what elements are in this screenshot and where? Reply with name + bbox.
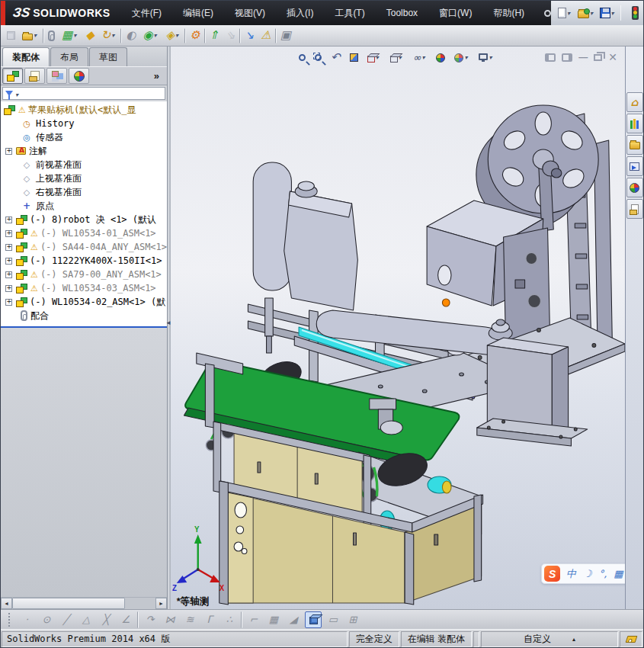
- snap-toolbar-button[interactable]: ⊙: [38, 611, 55, 628]
- toolbar-button[interactable]: [19, 27, 42, 45]
- ime-toolbar-icon[interactable]: ▦: [614, 569, 623, 579]
- displaymanager-tab[interactable]: [69, 68, 89, 84]
- document-close-button[interactable]: [608, 51, 617, 63]
- expand-toggle-icon[interactable]: [5, 258, 12, 265]
- expand-toggle-icon[interactable]: [5, 217, 12, 223]
- graphics-viewport[interactable]: Y Z X *等轴测 ↶ ∞: [171, 47, 625, 609]
- snap-toolbar-button[interactable]: [137, 611, 139, 628]
- propertymanager-tab[interactable]: [24, 68, 45, 84]
- toolbar-button[interactable]: ◉: [139, 27, 162, 45]
- solidworks-resources-button[interactable]: ⌂: [626, 92, 643, 112]
- scrollbar-track[interactable]: [125, 598, 155, 609]
- assembly-model-3d-view[interactable]: Y Z X *等轴测: [171, 47, 625, 609]
- open-document-button[interactable]: ▾: [575, 4, 595, 22]
- previous-view-button[interactable]: ↶: [328, 50, 343, 65]
- snap-toolbar-button[interactable]: ↷: [142, 611, 159, 628]
- tree-item[interactable]: ⚠ 上视基准面: [1, 172, 167, 185]
- collapse-pane-right-button[interactable]: [562, 53, 572, 62]
- snap-toolbar-button[interactable]: [305, 611, 322, 628]
- tree-root-assembly[interactable]: ⚠ 苹果贴标机 (默认<默认_显: [1, 103, 167, 117]
- toolbar-button[interactable]: ◆: [82, 27, 98, 45]
- command-tab[interactable]: 装配体: [2, 47, 50, 66]
- menu-item[interactable]: 编辑(E): [174, 4, 223, 23]
- snap-toolbar-button[interactable]: ▭: [325, 611, 341, 628]
- save-button[interactable]: ▾: [597, 4, 617, 22]
- snap-toolbar-button[interactable]: ⌐: [245, 611, 262, 628]
- snap-toolbar-button[interactable]: ◢: [285, 611, 302, 628]
- toolbar-button[interactable]: [45, 27, 58, 45]
- tree-item[interactable]: ⚠ 前视基准面: [1, 158, 167, 172]
- tree-item[interactable]: ⚠ 右视基准面: [1, 185, 167, 199]
- file-explorer-button[interactable]: [626, 135, 643, 155]
- toolbar-button[interactable]: ▦: [59, 27, 82, 45]
- view-settings-button[interactable]: [476, 53, 496, 63]
- ime-toolbar-icon[interactable]: °,: [599, 569, 607, 579]
- toolbar-button[interactable]: [184, 28, 186, 43]
- expand-toggle-icon[interactable]: [5, 299, 12, 306]
- tree-item[interactable]: ⚠ 原点: [1, 199, 167, 213]
- menu-item[interactable]: 窗口(W): [430, 4, 481, 23]
- tree-filter-input[interactable]: [2, 87, 165, 100]
- status-custom-dropdown[interactable]: 自定义: [481, 631, 618, 647]
- view-orientation-button[interactable]: [365, 52, 383, 64]
- toolbar-button[interactable]: ◐: [123, 27, 139, 45]
- menu-item[interactable]: 文件(F): [123, 4, 171, 23]
- snap-toolbar-button[interactable]: Γ: [201, 611, 218, 628]
- tree-item[interactable]: ⚠ (-) SA79-00_ANY_ASM<1>: [1, 268, 167, 281]
- section-view-button[interactable]: [348, 52, 360, 63]
- apply-scene-button[interactable]: [452, 52, 472, 64]
- more-tabs-chevron[interactable]: »: [154, 70, 165, 82]
- snap-toolbar-button[interactable]: ▦: [265, 611, 282, 628]
- tree-horizontal-scrollbar[interactable]: ◄ ►: [1, 597, 167, 609]
- menu-item[interactable]: 插入(I): [277, 4, 322, 23]
- toolbar-button[interactable]: [204, 28, 206, 43]
- snap-toolbar-button[interactable]: △: [78, 611, 95, 628]
- document-restore-button[interactable]: [594, 54, 602, 61]
- menu-item[interactable]: 帮助(H): [484, 4, 533, 23]
- snap-toolbar-button[interactable]: ⋈: [162, 611, 178, 628]
- toolbar-button[interactable]: ⇑: [207, 27, 223, 45]
- tree-item[interactable]: ⚠ 配合: [1, 309, 167, 322]
- configurationmanager-tab[interactable]: [46, 68, 67, 84]
- tree-item[interactable]: ⚠ 传感器: [1, 130, 167, 144]
- snap-toolbar-button[interactable]: ⊞: [344, 611, 361, 628]
- new-document-button[interactable]: ▾: [554, 4, 574, 22]
- toolbar-button[interactable]: [275, 28, 277, 43]
- toolbar-button[interactable]: ◈: [163, 27, 184, 45]
- appearances-scenes-button[interactable]: [626, 178, 643, 197]
- ime-toolbar-icon[interactable]: 中: [566, 569, 576, 579]
- document-minimize-button[interactable]: [578, 52, 588, 63]
- tree-item[interactable]: ⚠ 注解: [1, 144, 167, 158]
- snap-toolbar-button[interactable]: ≋: [181, 611, 198, 628]
- command-tab[interactable]: 布局: [50, 47, 88, 66]
- edit-appearance-button[interactable]: [434, 52, 447, 64]
- view-palette-button[interactable]: [626, 156, 643, 176]
- scrollbar-thumb[interactable]: [12, 598, 125, 609]
- hide-show-items-button[interactable]: ∞: [411, 50, 430, 65]
- zoom-to-area-button[interactable]: [312, 53, 324, 63]
- ime-logo[interactable]: S: [544, 566, 560, 582]
- ime-toolbar-icon[interactable]: ☽: [583, 569, 592, 579]
- custom-properties-button[interactable]: [626, 199, 643, 219]
- toolbar-button[interactable]: [43, 28, 44, 43]
- expand-toggle-icon[interactable]: [5, 244, 12, 251]
- toolbar-button[interactable]: ↘: [242, 27, 258, 45]
- tree-item[interactable]: ⚠ (-) 11222YK400X-150II<1>: [1, 254, 167, 268]
- expand-toggle-icon[interactable]: [5, 148, 12, 155]
- search-icon[interactable]: [544, 10, 551, 17]
- zoom-to-fit-button[interactable]: [296, 53, 308, 63]
- tree-item[interactable]: ⚠ (-) WL10534-01_ASM<1>: [1, 226, 167, 240]
- featuremanager-tab[interactable]: [2, 68, 23, 84]
- status-tag-button[interactable]: [620, 631, 642, 647]
- display-style-button[interactable]: [388, 52, 406, 64]
- rebuild-button[interactable]: [625, 4, 644, 22]
- toolbar-button[interactable]: [120, 28, 122, 43]
- collapse-pane-left-button[interactable]: [545, 53, 556, 62]
- menu-item[interactable]: Toolbox: [377, 5, 427, 21]
- command-tab[interactable]: 草图: [89, 47, 127, 66]
- toolbar-button[interactable]: ⚠: [258, 27, 274, 45]
- toolbar-button[interactable]: ⚙: [187, 27, 203, 45]
- tree-item[interactable]: ⚠ (-) 8)robot 决 <1> (默认: [1, 213, 167, 226]
- toolbar-button[interactable]: ↻: [98, 27, 120, 45]
- toolbar-button[interactable]: ▣: [277, 27, 294, 45]
